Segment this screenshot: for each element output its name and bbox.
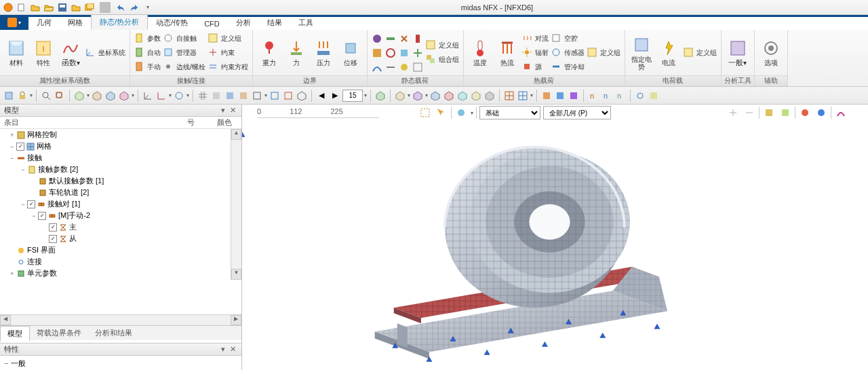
tb-shaded3-icon[interactable] — [237, 90, 250, 102]
temperature-button[interactable]: 温度 — [468, 39, 492, 67]
folder-icon[interactable] — [71, 2, 81, 13]
model-canvas[interactable] — [242, 132, 868, 370]
tree-item[interactable]: 连接 — [0, 256, 241, 267]
pane-dd-icon[interactable]: ▾ — [220, 106, 226, 114]
sl-ico5[interactable] — [385, 46, 396, 60]
property-button[interactable]: I特性 — [31, 39, 56, 67]
redo-icon[interactable] — [129, 2, 140, 13]
tb-grid-icon[interactable] — [197, 90, 209, 102]
vp-tool3-icon[interactable] — [798, 106, 812, 119]
new-icon[interactable] — [16, 2, 27, 13]
sl-ico7[interactable] — [399, 32, 410, 45]
manual-button[interactable]: 手动 — [134, 60, 161, 74]
app-icon[interactable] — [3, 2, 14, 13]
tree-item[interactable]: FSI 界面 — [0, 244, 241, 256]
open-icon[interactable] — [30, 2, 41, 13]
tb-level-input[interactable] — [342, 90, 363, 102]
force-button[interactable]: 力 — [284, 39, 309, 67]
sl-ico8[interactable] — [399, 46, 410, 60]
tree-item[interactable]: −接触参数 [2] — [0, 164, 241, 175]
tb-box7-icon[interactable] — [484, 90, 496, 102]
tab-mesh[interactable]: 网格 — [60, 16, 91, 30]
self-contact-button[interactable]: 自接触 — [163, 32, 205, 45]
vp-nav1-icon[interactable] — [726, 106, 740, 119]
vp-select-icon[interactable] — [418, 106, 432, 119]
tb-zoom-icon[interactable] — [40, 90, 52, 102]
tab-analysis[interactable]: 分析 — [228, 16, 259, 30]
vp-geom-select[interactable]: 全部几何 (P) — [543, 106, 611, 119]
sl-ico9[interactable] — [399, 60, 410, 74]
tb-iso-icon[interactable] — [296, 90, 308, 102]
coord-system-button[interactable]: 坐标系统 — [85, 46, 125, 60]
tree-item[interactable]: −✓[M]手动-2 — [0, 210, 241, 221]
sl-ico6[interactable] — [385, 60, 396, 74]
tree-item[interactable]: −✓网格 — [0, 141, 241, 152]
el-define-set[interactable]: 定义组 — [684, 46, 717, 60]
model-tree[interactable]: +网格控制−✓网格−接触−接触参数 [2]默认接触参数 [1]车轮轨道 [2]−… — [0, 129, 241, 314]
vp-tool5-icon[interactable] — [834, 106, 848, 119]
tb-view1-icon[interactable] — [73, 90, 85, 102]
tb-m3-icon[interactable] — [568, 90, 580, 102]
prop-pin-icon[interactable]: ✕ — [229, 345, 237, 353]
tb-m2-icon[interactable] — [554, 90, 566, 102]
tree-hscroll[interactable]: ◀▶ — [0, 314, 241, 325]
vp-filter-icon[interactable] — [454, 106, 468, 119]
tree-item[interactable]: +单元参数 — [0, 267, 241, 279]
tb-wire-icon[interactable] — [251, 90, 263, 102]
tb-n1-icon[interactable]: n — [587, 90, 599, 102]
tb-last-icon[interactable] — [648, 90, 660, 102]
tb-level-dd[interactable]: ▾ — [364, 92, 367, 98]
source-button[interactable]: 源 — [522, 60, 549, 74]
vp-tool1-icon[interactable] — [762, 106, 776, 119]
folders-icon[interactable] — [84, 2, 95, 13]
tree-item[interactable]: 默认接触参数 [1] — [0, 175, 241, 187]
tb-view4-icon[interactable] — [118, 90, 130, 102]
tb-view2-icon[interactable] — [91, 90, 103, 102]
tb-box6-icon[interactable] — [470, 90, 482, 102]
prop-dd-icon[interactable]: ▾ — [220, 345, 226, 353]
convection-button[interactable]: 对流 — [522, 32, 549, 45]
function-button[interactable]: 函数▾ — [58, 39, 83, 67]
auto-button[interactable]: 自动 — [134, 46, 161, 60]
viewport[interactable]: 0112225 ▾ 基础 全部几何 (P) — [242, 105, 868, 370]
vp-nav2-icon[interactable] — [743, 106, 756, 119]
vp-tool4-icon[interactable] — [814, 106, 828, 119]
pressure-button[interactable]: 压力 — [311, 39, 336, 67]
tb-box1-icon[interactable] — [394, 90, 406, 102]
tb-right-icon[interactable]: ▶ — [329, 90, 341, 102]
tb-wire3-icon[interactable] — [282, 90, 294, 102]
tb-wire2-icon[interactable] — [269, 90, 281, 102]
manager-button[interactable]: 管理器 — [163, 46, 205, 60]
tree-scrollbar[interactable]: ▲▼ — [231, 129, 241, 280]
sl-ico10[interactable] — [412, 32, 423, 45]
heatflow-button[interactable]: 热流 — [495, 39, 519, 67]
tl-define-set[interactable]: 定义组 — [587, 46, 620, 60]
tree-item[interactable]: +网格控制 — [0, 129, 241, 141]
tb-box3-icon[interactable] — [429, 90, 441, 102]
tree-item[interactable]: −接触 — [0, 152, 241, 164]
sensor-button[interactable]: 传感器 — [551, 46, 585, 60]
bt-load-bc[interactable]: 荷载边界条件 — [30, 326, 88, 340]
tb-axis2-icon[interactable] — [155, 90, 167, 102]
qat-dropdown-icon[interactable]: ▾ — [142, 2, 153, 13]
tb-cube-icon[interactable] — [3, 90, 15, 102]
tb-refresh-icon[interactable] — [634, 90, 646, 102]
sl-ico4[interactable] — [385, 32, 396, 45]
tree-item[interactable]: ✓从 — [0, 233, 241, 244]
options-button[interactable]: 选项 — [759, 39, 783, 67]
tb-box4-icon[interactable] — [443, 90, 455, 102]
tree-item[interactable]: ✓主 — [0, 221, 241, 233]
material-button[interactable]: 材料 — [4, 39, 28, 67]
tab-static-thermal[interactable]: 静态/热分析 — [91, 14, 148, 30]
eq-constraint-button[interactable]: 约束方程 — [208, 60, 248, 74]
edge-bolt-button[interactable]: 边线/螺栓 — [163, 60, 205, 74]
tab-cfd[interactable]: CFD — [196, 18, 228, 30]
pane-pin-icon[interactable]: ✕ — [229, 106, 237, 114]
tb-view3-icon[interactable] — [104, 90, 117, 102]
prop-general-row[interactable]: −一般 — [4, 357, 237, 369]
tb-box5-icon[interactable] — [456, 90, 469, 102]
save-icon[interactable] — [57, 2, 68, 13]
tb-grid2-icon[interactable] — [503, 90, 515, 102]
sl-ico12[interactable] — [412, 60, 423, 74]
tab-results[interactable]: 结果 — [259, 16, 290, 30]
